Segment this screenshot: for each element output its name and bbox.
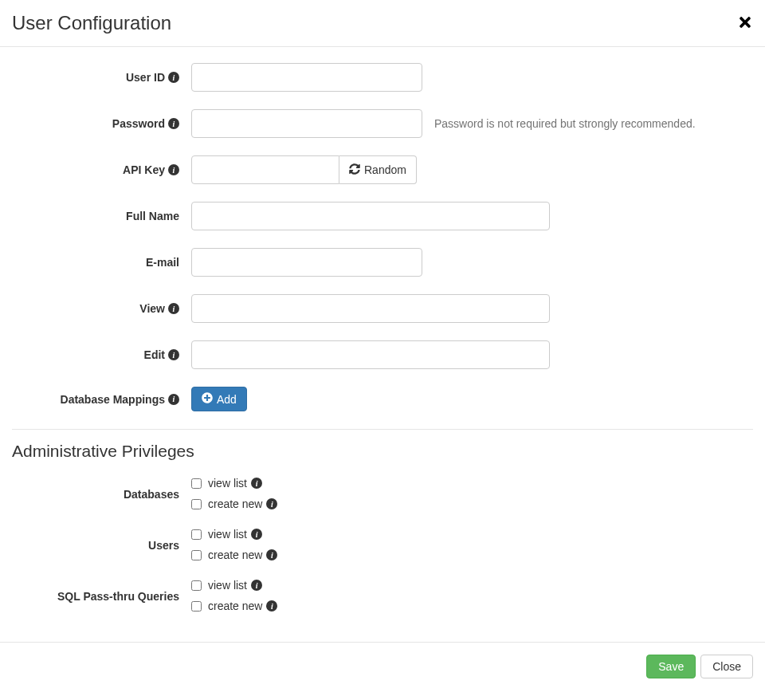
api-key-input[interactable] [191, 155, 339, 184]
plus-circle-icon [202, 392, 213, 406]
sql-create-new-item: create new [191, 600, 277, 612]
modal-footer: Save Close [0, 642, 765, 690]
info-icon[interactable] [266, 549, 277, 560]
random-button[interactable]: Random [339, 155, 417, 184]
user-id-row: User ID [12, 63, 753, 92]
add-button[interactable]: Add [191, 387, 247, 411]
info-icon[interactable] [251, 580, 262, 591]
info-icon[interactable] [168, 118, 179, 129]
users-view-list-label[interactable]: view list [208, 528, 262, 541]
users-priv-label: Users [12, 528, 191, 561]
view-row: View [12, 294, 753, 323]
info-icon[interactable] [168, 349, 179, 360]
databases-create-new-item: create new [191, 497, 277, 510]
info-icon[interactable] [168, 164, 179, 175]
users-view-list-item: view list [191, 528, 277, 541]
save-button[interactable]: Save [646, 655, 696, 678]
sql-view-list-checkbox[interactable] [191, 580, 202, 591]
api-key-label: API Key [12, 163, 191, 176]
full-name-row: Full Name [12, 202, 753, 230]
sql-view-list-item: view list [191, 579, 277, 592]
users-create-new-item: create new [191, 549, 277, 561]
user-id-input[interactable] [191, 63, 422, 92]
close-button[interactable]: Close [700, 655, 753, 678]
edit-input[interactable] [191, 340, 550, 369]
users-view-list-checkbox[interactable] [191, 529, 202, 540]
random-button-label: Random [364, 163, 406, 176]
sql-create-new-checkbox[interactable] [191, 601, 202, 612]
refresh-icon [349, 163, 360, 177]
db-mappings-label: Database Mappings [12, 393, 191, 406]
info-icon[interactable] [168, 72, 179, 83]
users-priv-row: Users view list create new [12, 528, 753, 561]
password-label: Password [12, 117, 191, 130]
databases-create-new-label[interactable]: create new [208, 497, 277, 510]
sql-priv-row: SQL Pass-thru Queries view list create n… [12, 579, 753, 612]
db-mappings-row: Database Mappings Add [12, 387, 753, 411]
databases-view-list-label[interactable]: view list [208, 477, 262, 490]
api-key-row: API Key Random [12, 155, 753, 184]
modal-title: User Configuration [12, 12, 171, 34]
api-key-input-group: Random [191, 155, 417, 184]
info-icon[interactable] [168, 394, 179, 405]
close-icon[interactable] [737, 12, 753, 34]
password-row: Password Password is not required but st… [12, 109, 753, 138]
password-input[interactable] [191, 109, 422, 138]
full-name-input[interactable] [191, 202, 550, 230]
privileges-title: Administrative Privileges [12, 442, 753, 461]
user-id-label: User ID [12, 71, 191, 84]
add-button-label: Add [217, 393, 237, 406]
email-row: E-mail [12, 248, 753, 277]
modal-body: User ID Password Password is not require… [0, 47, 765, 642]
info-icon[interactable] [251, 478, 262, 489]
view-label: View [12, 302, 191, 315]
info-icon[interactable] [168, 303, 179, 314]
view-input[interactable] [191, 294, 550, 323]
sql-view-list-label[interactable]: view list [208, 579, 262, 592]
databases-priv-row: Databases view list create new [12, 477, 753, 510]
databases-view-list-item: view list [191, 477, 277, 490]
email-input[interactable] [191, 248, 422, 277]
edit-row: Edit [12, 340, 753, 369]
databases-priv-label: Databases [12, 477, 191, 510]
section-divider [12, 429, 753, 430]
modal-header: User Configuration [0, 0, 765, 47]
info-icon[interactable] [251, 529, 262, 540]
full-name-label: Full Name [12, 210, 191, 222]
sql-create-new-label[interactable]: create new [208, 600, 277, 612]
edit-label: Edit [12, 348, 191, 361]
databases-view-list-checkbox[interactable] [191, 478, 202, 489]
info-icon[interactable] [266, 498, 277, 509]
email-label: E-mail [12, 256, 191, 269]
info-icon[interactable] [266, 600, 277, 612]
password-help-text: Password is not required but strongly re… [434, 117, 696, 130]
sql-priv-label: SQL Pass-thru Queries [12, 579, 191, 612]
databases-create-new-checkbox[interactable] [191, 499, 202, 509]
users-create-new-label[interactable]: create new [208, 549, 277, 561]
users-create-new-checkbox[interactable] [191, 550, 202, 560]
